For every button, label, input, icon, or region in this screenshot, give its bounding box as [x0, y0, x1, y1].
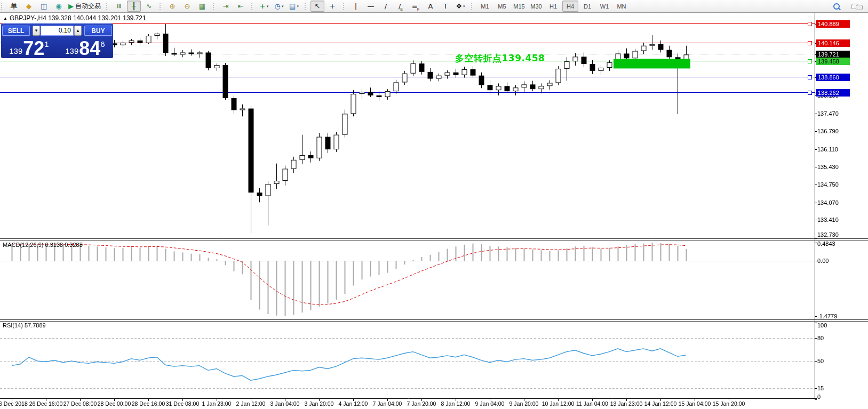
volume-decrease-button[interactable]: ▼	[33, 26, 40, 36]
level-marker-139.458[interactable]	[808, 59, 812, 63]
volume-increase-button[interactable]: ▲	[74, 26, 82, 36]
rsi-tick-100: 100	[817, 322, 827, 328]
sell-price-pips: 72	[23, 41, 44, 57]
pivot-annotation[interactable]: 多空转折点139.458	[455, 52, 545, 65]
level-label-138.860: 138.860	[816, 74, 850, 81]
trade-panel-top-row: SELL ▼ ▲ BUY	[2, 25, 112, 36]
price-tick-134.750: 134.750	[817, 181, 839, 188]
tf-h4[interactable]: H4	[562, 1, 578, 12]
tf-mn[interactable]: MN	[614, 1, 630, 12]
sell-button[interactable]: SELL	[2, 26, 30, 36]
vertical-line-icon[interactable]: |	[349, 1, 363, 12]
toolbar-group-pointer: ↖+	[304, 0, 342, 12]
label-icon[interactable]: T	[439, 1, 452, 12]
sell-price-whole: 139	[9, 47, 22, 55]
toolbar-group-system: 单◆◫◉▶自动交易	[0, 0, 105, 12]
zoom-in-icon[interactable]: ⊕	[165, 1, 179, 12]
crosshair-icon[interactable]: +	[325, 1, 339, 12]
templates-icon[interactable]: ▤▾	[287, 1, 301, 12]
level-marker-140.889[interactable]	[808, 22, 812, 26]
macd-tick-0.4843: 0.4843	[817, 240, 835, 247]
rsi-header: RSI(14) 57.7889	[3, 322, 46, 328]
toolbar-right	[829, 0, 865, 12]
trendline-icon[interactable]: /	[379, 1, 393, 12]
tile-windows-icon[interactable]: ▦	[195, 1, 209, 12]
sell-price[interactable]: 139721	[2, 37, 56, 57]
time-label-2: 27 Dec 08:00	[63, 400, 97, 407]
macd-tick--1.4779: -1.4779	[817, 313, 837, 319]
buy-button[interactable]: BUY	[84, 26, 112, 36]
time-label-14: 9 Jan 04:00	[475, 400, 505, 407]
time-label-13: 8 Jan 12:00	[441, 400, 471, 407]
time-label-18: 13 Jan 23:00	[610, 400, 643, 407]
level-marker-140.146[interactable]	[808, 41, 812, 45]
chart-surface[interactable]	[0, 0, 868, 409]
volume-input[interactable]	[41, 26, 74, 36]
buy-price-point: 6	[100, 40, 105, 48]
autotrading-button[interactable]: ▶自动交易	[67, 1, 102, 12]
tf-m15[interactable]: M15	[511, 1, 527, 12]
symbol-ohlc-text: GBPJPY-,H4 139.328 140.044 139.201 139.7…	[10, 14, 146, 22]
rsi-tick-50: 50	[817, 358, 824, 364]
candlestick-icon[interactable]: ╂	[127, 1, 141, 12]
search-icon[interactable]	[830, 1, 843, 12]
level-label-139.721: 139.721	[816, 51, 850, 58]
fibonacci-icon[interactable]: ≡F	[409, 1, 423, 12]
rsi-tick-15: 15	[817, 385, 824, 391]
tf-d1[interactable]: D1	[579, 1, 595, 12]
zoom-out-icon[interactable]: ⊖	[180, 1, 194, 12]
level-marker-138.860[interactable]	[808, 75, 812, 79]
bar-chart-icon[interactable]: ≡	[112, 1, 126, 12]
level-label-140.146: 140.146	[816, 39, 850, 47]
toolbar-group-chart-type: ≡╂∿	[105, 0, 158, 12]
toolbar-groups: 单◆◫◉▶自动交易≡╂∿⊕⊖▦⇥⇤+▾◷▾▤▾↖+|—//E≡FAT❖▾M1M5…	[0, 0, 632, 12]
price-tick-135.430: 135.430	[817, 164, 839, 170]
time-label-11: 7 Jan 04:00	[373, 400, 402, 407]
price-tick-133.410: 133.410	[817, 216, 839, 223]
signals-icon[interactable]: ◉	[52, 1, 66, 12]
one-click-trading-panel: SELL ▼ ▲ BUY 139721 139846	[1, 23, 113, 58]
time-label-5: 31 Dec 08:00	[166, 400, 199, 407]
periods-icon[interactable]: ◷▾	[272, 1, 286, 12]
macd-tick-0.00: 0.00	[817, 258, 829, 264]
symbol-header: ▲GBPJPY-,H4 139.328 140.044 139.201 139.…	[3, 14, 146, 22]
channel-icon[interactable]: /E	[394, 1, 408, 12]
tf-w1[interactable]: W1	[596, 1, 612, 12]
time-label-6: 1 Jan 23:00	[202, 400, 232, 407]
chat-icon[interactable]	[850, 1, 864, 12]
toolbar-group-zoom: ⊕⊖▦	[158, 0, 212, 12]
auto-scroll-icon[interactable]: ⇥	[219, 1, 233, 12]
chart-window-icon[interactable]: ◫	[37, 1, 51, 12]
price-tick-136.790: 136.790	[817, 128, 839, 134]
toolbar: 单◆◫◉▶自动交易≡╂∿⊕⊖▦⇥⇤+▾◷▾▤▾↖+|—//E≡FAT❖▾M1M5…	[0, 0, 868, 13]
market-watch-icon[interactable]: ◆	[22, 1, 36, 12]
time-label-7: 2 Jan 12:00	[236, 400, 266, 407]
tf-h1[interactable]: H1	[545, 1, 561, 12]
toolbar-group-timeframes: M1M5M15M30H1H4D1W1MN	[470, 0, 632, 12]
tf-m5[interactable]: M5	[494, 1, 510, 12]
tf-m30[interactable]: M30	[528, 1, 544, 12]
horizontal-line-icon[interactable]: —	[364, 1, 378, 12]
indicators-icon[interactable]: +▾	[257, 1, 271, 12]
time-label-17: 11 Jan 04:00	[576, 400, 608, 407]
tf-m1[interactable]: M1	[477, 1, 493, 12]
buy-price-pips: 84	[79, 41, 100, 57]
time-label-16: 10 Jan 12:00	[542, 400, 575, 407]
cursor-icon[interactable]: ↖	[310, 1, 324, 12]
time-label-1: 26 Dec 16:00	[29, 400, 62, 407]
buy-price-whole: 139	[65, 47, 78, 55]
chart-shift-icon[interactable]: ⇤	[234, 1, 248, 12]
level-marker-138.262[interactable]	[808, 91, 812, 95]
shapes-icon[interactable]: ❖▾	[453, 1, 467, 12]
time-label-15: 9 Jan 20:00	[509, 400, 539, 407]
text-icon[interactable]: A	[424, 1, 437, 12]
price-tick-137.470: 137.470	[817, 110, 839, 117]
time-label-21: 15 Jan 20:00	[713, 400, 745, 407]
rsi-tick-80: 80	[817, 335, 824, 341]
buy-price[interactable]: 139846	[58, 37, 112, 57]
new-order-button[interactable]: 单	[7, 1, 21, 12]
collapse-panel-icon[interactable]: ▲	[3, 16, 7, 21]
line-chart-icon[interactable]: ∿	[142, 1, 156, 12]
time-label-8: 3 Jan 04:00	[270, 400, 300, 407]
time-label-9: 3 Jan 20:00	[305, 400, 334, 407]
